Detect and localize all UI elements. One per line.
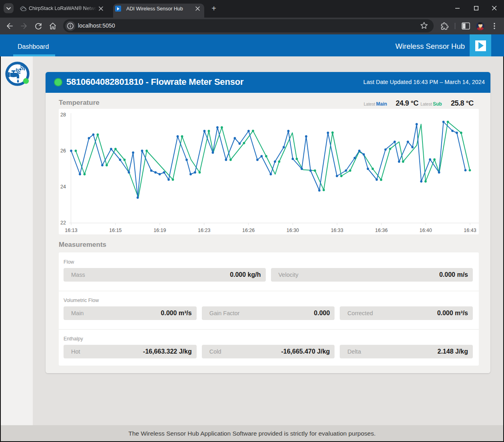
- svg-text:28: 28: [60, 112, 66, 118]
- svg-text:16:15: 16:15: [109, 228, 122, 233]
- svg-text:16:33: 16:33: [331, 228, 343, 233]
- svg-text:26: 26: [60, 148, 66, 154]
- svg-text:16:19: 16:19: [153, 228, 166, 233]
- svg-text:16:43: 16:43: [464, 228, 476, 233]
- svg-text:16:23: 16:23: [198, 228, 210, 233]
- svg-text:16:40: 16:40: [419, 228, 432, 233]
- svg-text:24: 24: [60, 184, 66, 190]
- svg-text:16:30: 16:30: [287, 228, 299, 233]
- svg-text:22: 22: [60, 220, 66, 226]
- svg-text:16:13: 16:13: [65, 228, 77, 233]
- svg-text:16:36: 16:36: [375, 228, 388, 233]
- svg-text:16:26: 16:26: [242, 228, 255, 233]
